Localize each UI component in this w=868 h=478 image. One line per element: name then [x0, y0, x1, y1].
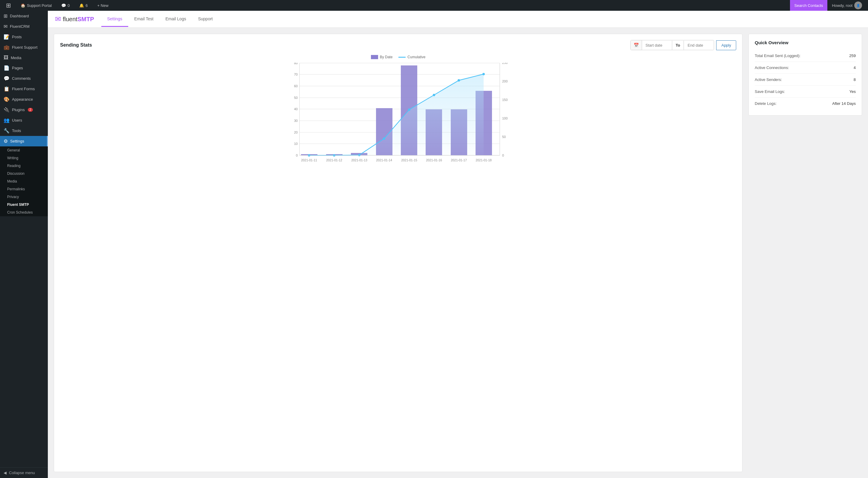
collapse-label: Collapse menu — [9, 471, 35, 475]
date-to-label: To — [672, 41, 684, 50]
submenu-writing[interactable]: Writing — [0, 154, 48, 162]
tab-email-logs[interactable]: Email Logs — [159, 12, 192, 27]
plugins-icon: 🔌 — [4, 107, 9, 113]
submenu-cron-schedules[interactable]: Cron Schedules — [0, 209, 48, 216]
tab-settings[interactable]: Settings — [101, 12, 128, 27]
svg-text:2021-01-14: 2021-01-14 — [376, 158, 392, 162]
plugin-tabs: Settings Email Test Email Logs Support — [101, 12, 219, 27]
notifications-count: 6 — [86, 3, 88, 8]
sidebar-label: Appearance — [12, 97, 33, 102]
sidebar: ⊞ Dashboard ✉ FluentCRM 📝 Posts 💼 Fluent… — [0, 11, 48, 478]
sidebar-label: Plugins — [12, 107, 25, 112]
svg-text:150: 150 — [502, 98, 507, 102]
legend-by-date-label: By Date — [380, 55, 393, 59]
apply-button[interactable]: Apply — [716, 40, 736, 50]
end-date-input[interactable] — [684, 41, 714, 50]
overview-label-1: Active Connections: — [755, 65, 789, 70]
site-name-item[interactable]: 🏠 Support Portal — [18, 0, 54, 11]
dot-3 — [383, 137, 385, 140]
logo-text-after: SMTP — [78, 16, 94, 23]
svg-text:2021-01-15: 2021-01-15 — [401, 158, 417, 162]
admin-bar: ⊞ 🏠 Support Portal 💬 0 🔔 6 + New Search … — [0, 0, 868, 11]
svg-text:50: 50 — [502, 135, 506, 139]
svg-text:20: 20 — [294, 131, 298, 134]
sidebar-item-tools[interactable]: 🔧 Tools — [0, 125, 48, 136]
plugin-logo: ✉ fluentSMTP — [55, 11, 94, 28]
main-content: ✉ fluentSMTP Settings Email Test Email L… — [48, 11, 868, 478]
sidebar-label: Fluent Forms — [12, 87, 35, 91]
sidebar-label: Posts — [12, 35, 22, 39]
overview-label-4: Delete Logs: — [755, 101, 777, 106]
tools-icon: 🔧 — [4, 128, 9, 133]
quick-overview-card: Quick Overview Total Email Sent (Logged)… — [748, 34, 862, 116]
comments-icon: 💬 — [61, 3, 66, 8]
tab-email-test[interactable]: Email Test — [128, 12, 159, 27]
site-icon: 🏠 — [21, 3, 25, 8]
tab-support[interactable]: Support — [192, 12, 219, 27]
cumulative-area — [309, 74, 484, 155]
sidebar-item-media[interactable]: 🖼 Media — [0, 53, 48, 63]
svg-text:100: 100 — [502, 117, 507, 120]
svg-text:2021-01-17: 2021-01-17 — [451, 158, 467, 162]
overview-value-1: 4 — [854, 65, 856, 70]
submenu-reading[interactable]: Reading — [0, 162, 48, 170]
settings-icon: ⚙ — [4, 138, 8, 144]
page-content: Sending Stats 📅 To Apply — [48, 28, 868, 478]
overview-value-3: Yes — [849, 89, 856, 94]
howdy-item[interactable]: Howdy, root 👤 — [830, 1, 864, 9]
svg-text:50: 50 — [294, 96, 298, 99]
overview-label-3: Save Email Logs: — [755, 89, 785, 94]
logo-text-before: fluent — [63, 16, 78, 23]
overview-value-4: After 14 Days — [832, 101, 856, 106]
search-contacts-button[interactable]: Search Contacts — [790, 0, 827, 11]
fluent-smtp-logo-icon: ✉ — [55, 15, 61, 23]
svg-text:60: 60 — [294, 84, 298, 88]
new-label: + New — [97, 3, 108, 8]
submenu-fluent-smtp[interactable]: Fluent SMTP — [0, 201, 48, 209]
plugin-header: ✉ fluentSMTP Settings Email Test Email L… — [48, 11, 868, 28]
sidebar-item-appearance[interactable]: 🎨 Appearance — [0, 94, 48, 104]
sidebar-item-pages[interactable]: 📄 Pages — [0, 63, 48, 73]
bell-icon: 🔔 — [79, 3, 84, 8]
overview-row-1: Active Connections: 4 — [755, 62, 856, 74]
svg-text:2021-01-12: 2021-01-12 — [326, 158, 342, 162]
sidebar-item-plugins[interactable]: 🔌 Plugins 2 — [0, 104, 48, 115]
comments-item[interactable]: 💬 0 — [59, 0, 72, 11]
sidebar-item-fluent-support[interactable]: 💼 Fluent Support — [0, 42, 48, 53]
svg-text:250: 250 — [502, 63, 507, 65]
svg-text:0: 0 — [296, 154, 298, 157]
start-date-input[interactable] — [642, 41, 672, 50]
submenu-media[interactable]: Media — [0, 178, 48, 185]
sidebar-item-users[interactable]: 👥 Users — [0, 115, 48, 125]
collapse-menu-button[interactable]: ◀ Collapse menu — [0, 467, 48, 478]
sending-stats-card: Sending Stats 📅 To Apply — [54, 34, 742, 472]
sidebar-label: Settings — [10, 139, 24, 144]
new-item[interactable]: + New — [95, 0, 111, 11]
dot-2 — [358, 154, 361, 156]
dot-5 — [433, 94, 435, 96]
users-icon: 👥 — [4, 118, 9, 123]
sidebar-item-comments[interactable]: 💬 Comments — [0, 73, 48, 84]
sending-stats-chart: 0 10 20 30 40 50 60 70 80 0 50 100 150 — [60, 63, 736, 170]
svg-text:200: 200 — [502, 79, 507, 83]
stats-card-header: Sending Stats 📅 To Apply — [60, 40, 736, 50]
overview-row-0: Total Email Sent (Logged): 259 — [755, 50, 856, 62]
overview-value-2: 8 — [854, 77, 856, 82]
sidebar-label: FluentCRM — [10, 24, 30, 29]
submenu-privacy[interactable]: Privacy — [0, 193, 48, 201]
svg-text:2021-01-16: 2021-01-16 — [426, 158, 442, 162]
sidebar-item-fluent-forms[interactable]: 📋 Fluent Forms — [0, 84, 48, 94]
submenu-discussion[interactable]: Discussion — [0, 170, 48, 178]
sidebar-item-fluentcrm[interactable]: ✉ FluentCRM — [0, 21, 48, 32]
sidebar-item-settings[interactable]: ⚙ Settings — [0, 136, 48, 147]
sidebar-item-dashboard[interactable]: ⊞ Dashboard — [0, 11, 48, 21]
wp-logo-item[interactable]: ⊞ — [4, 0, 13, 11]
logo-text: fluentSMTP — [63, 16, 94, 23]
sidebar-item-posts[interactable]: 📝 Posts — [0, 32, 48, 42]
submenu-general[interactable]: General — [0, 147, 48, 154]
submenu-permalinks[interactable]: Permalinks — [0, 185, 48, 193]
date-filter: 📅 To — [630, 40, 714, 50]
notifications-item[interactable]: 🔔 6 — [77, 0, 90, 11]
posts-icon: 📝 — [4, 34, 9, 40]
calendar-icon: 📅 — [631, 40, 642, 50]
